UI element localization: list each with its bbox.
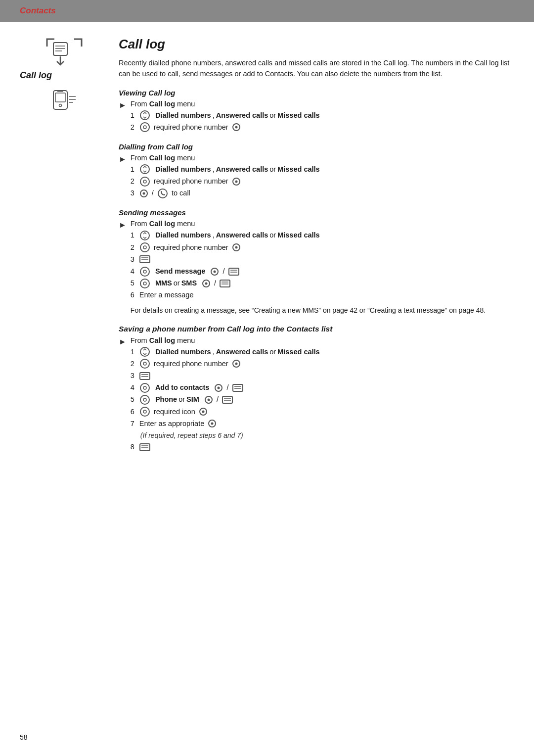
arrow-indicator: ► [119,100,127,110]
call-icon-d3 [157,188,168,199]
nav-icon-sv6 [139,406,150,417]
svg-point-16 [235,126,237,129]
nav-icon-s2 [139,242,150,253]
step-s-3: 3 [131,254,514,265]
from-menu-saving: From Call log menu [131,336,514,344]
section-dialling-title: Dialling from Call log [119,142,514,151]
nav-icon-sv2 [139,358,150,369]
phone-icon [48,87,81,114]
content-title: Call log [119,37,514,52]
sidebar-calllog-label: Call log [20,70,52,81]
svg-point-36 [214,270,216,273]
from-menu-sending: From Call log menu [131,220,514,228]
sending-note: For details on creating a message, see “… [131,305,514,316]
step-sv-5: 5 Phone or SIM / [131,394,514,405]
step-sv-8: 8 [131,441,514,453]
main-content: Call log Call log Recently dialled phone… [0,22,534,482]
center-icon-s2 [232,243,241,252]
svg-point-69 [140,407,149,416]
svg-rect-44 [220,280,230,287]
step-d-1: 1 Dialled numbers, Answered calls or Mis… [131,164,514,175]
arrow-indicator-3: ► [119,220,127,230]
center-ok-icon [232,123,241,132]
svg-point-13 [140,123,149,132]
step-sv-7: 7 Enter as appropriate [131,418,514,429]
svg-point-72 [202,411,204,413]
center-icon-d3 [139,189,148,198]
svg-point-58 [218,386,220,389]
scroll-icon-s1 [139,230,150,241]
center-icon-sv2 [232,359,241,368]
section-viewing-title: Viewing Call log [119,89,514,97]
nav-icon [139,122,150,133]
step-s-6: 6 Enter a message [131,289,514,301]
from-menu-viewing: From Call log menu [131,100,514,108]
step-sv-2: 2 required phone number [131,358,514,370]
svg-point-19 [143,180,146,183]
content-area: Call log Recently dialled phone numbers,… [109,37,514,462]
step-sv-1: 1 Dialled numbers, Answered calls or Mis… [131,346,514,358]
svg-rect-6 [55,93,65,102]
nav-icon-sv5 [139,394,150,405]
section-saving-title: Saving a phone number from Call log into… [119,325,514,333]
svg-point-74 [211,423,214,425]
section-saving-body: ► From Call log menu 1 Dialled numbers, … [119,336,514,454]
nav-icon-sv4 [139,382,150,393]
center-icon-sv5 [204,395,213,404]
svg-point-29 [235,246,237,249]
menu-icon-s4 [228,268,239,276]
section-sending: Sending messages ► From Call log menu 1 … [119,208,514,315]
arrow-indicator-4: ► [119,336,127,346]
svg-rect-30 [140,256,150,263]
scroll-icon-sv1 [139,346,150,357]
svg-point-26 [140,243,149,252]
svg-point-65 [207,398,210,401]
section-dialling-content: From Call log menu 1 Dialled numbers, An… [131,154,514,200]
svg-rect-37 [229,268,239,275]
menu-icon-sv5 [222,396,233,404]
svg-rect-0 [53,43,67,55]
steps-dialling: 1 Dialled numbers, Answered calls or Mis… [131,164,514,199]
section-viewing: Viewing Call log ► From Call log menu 1 … [119,89,514,134]
scroll-nav-icon [139,110,150,121]
svg-point-24 [158,189,167,198]
step-d-3: 3 / to call [131,188,514,199]
steps-viewing: 1 Dialled numbers, Answered calls or Mis… [131,110,514,133]
menu-icon-s3 [139,255,150,263]
nav-icon-s5 [139,278,150,289]
svg-point-7 [59,104,61,107]
section-sending-content: From Call log menu 1 Dialled numbers, An… [131,220,514,315]
nav-icon-s4 [139,266,150,277]
svg-point-70 [143,410,146,413]
section-sending-title: Sending messages [119,208,514,217]
section-viewing-body: ► From Call log menu 1 Dialled numbers, … [119,100,514,134]
center-icon-sv6 [199,407,208,416]
center-icon-d2 [232,177,241,186]
svg-point-48 [140,359,149,368]
svg-point-55 [140,383,149,392]
intro-text: Recently dialled phone numbers, answered… [119,58,514,80]
step-sv-subnote: (If required, repeat steps 6 and 7) [131,430,514,441]
svg-point-34 [143,270,146,273]
svg-point-40 [140,279,149,288]
header-bar: Contacts [0,0,534,22]
svg-point-62 [140,395,149,404]
steps-saving: 1 Dialled numbers, Answered calls or Mis… [131,346,514,453]
svg-point-43 [205,282,208,284]
menu-icon-sv4 [232,384,243,392]
svg-point-18 [140,177,149,186]
step-s-2: 2 required phone number [131,242,514,253]
step-s-5: 5 MMS or SMS / [131,278,514,289]
svg-point-33 [140,267,149,276]
step-v-2: 2 required phone number [131,122,514,133]
svg-point-63 [143,398,146,401]
center-icon-sv4 [214,383,223,392]
step-sv-3: 3 [131,370,514,381]
step-s-1: 1 Dialled numbers, Answered calls or Mis… [131,230,514,241]
step-v-1: 1 Dialled numbers, Answered calls or Mis… [131,110,514,121]
section-sending-body: ► From Call log menu 1 Dialled numbers, … [119,220,514,315]
section-saving-content: From Call log menu 1 Dialled numbers, An… [131,336,514,454]
center-icon-sv7 [208,419,217,428]
scroll-icon-d1 [139,164,150,175]
page-number: 58 [20,733,28,741]
